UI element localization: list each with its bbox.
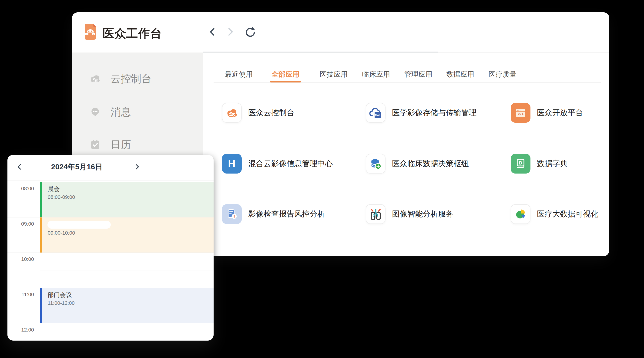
app-title: 医众工作台 xyxy=(102,26,162,41)
d-glyph: D xyxy=(519,160,522,166)
sidebar-item-label: 日历 xyxy=(110,138,131,152)
time-label: 10:00 xyxy=(8,256,34,262)
app-medical-image-storage[interactable]: Mas 医学影像存储与传输管理 xyxy=(366,103,476,123)
app-cloud-console[interactable]: 医众云控制台 xyxy=(222,103,294,123)
tab-clinical-apps[interactable]: 临床应用 xyxy=(362,70,390,79)
cloud-console-icon xyxy=(89,72,102,85)
hour-gridline xyxy=(8,323,214,323)
app-clinical-data-hub[interactable]: 医众临床数据决策枢纽 xyxy=(366,154,469,174)
calendar-panel: 2024年5月16日 08:00 09:00 10:00 11:00 12:00… xyxy=(8,155,214,341)
app-name: 数据字典 xyxy=(537,159,568,169)
app-logo-icon xyxy=(83,24,98,40)
back-button[interactable] xyxy=(207,26,218,37)
app-data-dictionary[interactable]: D 数据字典 xyxy=(511,154,568,174)
time-label: 09:00 xyxy=(8,221,34,227)
code-glyph: </> xyxy=(518,112,524,116)
tab-medical-quality[interactable]: 医疗质量 xyxy=(488,70,516,79)
half-hour-gridline xyxy=(40,270,214,270)
app-name: 医众云控制台 xyxy=(248,108,294,118)
sidebar-item-calendar[interactable]: 日历 xyxy=(72,136,203,153)
calendar-check-icon xyxy=(89,138,102,151)
active-tab-underline xyxy=(270,81,301,82)
blue-h-square-icon: H xyxy=(222,154,242,174)
app-image-ai-analysis[interactable]: 图像智能分析服务 xyxy=(366,204,454,224)
app-open-platform[interactable]: </> 医众开放平台 xyxy=(511,103,583,123)
event-accent-bar xyxy=(40,182,42,217)
time-label: 11:00 xyxy=(8,292,34,298)
tab-separator xyxy=(214,82,601,83)
app-report-risk-analysis[interactable]: 影像检查报告风控分析 xyxy=(222,204,325,224)
refresh-button[interactable] xyxy=(244,26,255,37)
calendar-date-title: 2024年5月16日 xyxy=(51,162,102,172)
app-name: 医众开放平台 xyxy=(537,108,583,118)
tab-recently-used[interactable]: 最近使用 xyxy=(225,70,253,79)
tab-data-apps[interactable]: 数据应用 xyxy=(446,70,474,79)
app-name: 医疗大数据可视化 xyxy=(537,209,598,219)
forward-button[interactable] xyxy=(225,26,236,37)
event-time: 11:00-12:00 xyxy=(48,300,214,307)
app-big-data-visualization[interactable]: 医疗大数据可视化 xyxy=(511,204,598,224)
sidebar-item-cloud-console[interactable]: 云控制台 xyxy=(72,70,203,87)
lungs-analysis-icon xyxy=(366,204,386,224)
h-glyph: H xyxy=(228,158,236,169)
event-title: 晨会 xyxy=(48,185,214,193)
app-hybrid-cloud-imaging[interactable]: H 混合云影像信息管理中心 xyxy=(222,154,333,174)
calendar-event-redacted[interactable]: 09:00-10:00 xyxy=(40,217,214,253)
event-accent-bar xyxy=(40,288,42,323)
app-name: 混合云影像信息管理中心 xyxy=(248,159,333,169)
header-divider xyxy=(203,52,609,52)
app-name: 医学影像存储与传输管理 xyxy=(392,108,476,118)
report-warning-icon xyxy=(222,204,242,224)
pie-chart-icon xyxy=(511,204,530,224)
time-label: 12:00 xyxy=(8,327,34,333)
orange-code-window-icon: </> xyxy=(511,103,530,123)
window-header: 医众工作台 xyxy=(72,12,609,52)
mas-badge: Mas xyxy=(375,113,380,116)
event-accent-bar xyxy=(40,217,42,253)
event-title: 部门会议 xyxy=(48,291,214,299)
calendar-header-divider xyxy=(8,180,214,181)
sidebar-item-label: 云控制台 xyxy=(110,72,152,86)
sidebar-item-messages[interactable]: 消息 xyxy=(72,103,203,121)
calendar-header: 2024年5月16日 xyxy=(8,155,214,180)
time-label: 08:00 xyxy=(8,186,34,192)
messages-bubble-icon xyxy=(89,105,102,119)
blue-cloud-mas-icon: Mas xyxy=(366,103,386,123)
orange-cloud-sliders-icon xyxy=(222,103,242,123)
app-name: 图像智能分析服务 xyxy=(392,209,454,219)
sidebar-item-label: 消息 xyxy=(110,105,131,119)
event-time: 08:00-09:00 xyxy=(48,194,214,201)
green-dictionary-icon: D xyxy=(511,154,530,174)
calendar-prev-day-button[interactable] xyxy=(14,162,24,172)
calendar-event-department-meeting[interactable]: 部门会议 11:00-12:00 xyxy=(40,288,214,323)
app-name: 医众临床数据决策枢纽 xyxy=(392,159,469,169)
event-time: 09:00-10:00 xyxy=(48,229,214,236)
calendar-event-morning-meeting[interactable]: 晨会 08:00-09:00 xyxy=(40,182,214,217)
event-title-redacted-pill xyxy=(48,221,111,229)
tab-all-apps[interactable]: 全部应用 xyxy=(272,70,300,79)
tab-management-apps[interactable]: 管理应用 xyxy=(404,70,432,79)
app-name: 影像检查报告风控分析 xyxy=(248,209,325,219)
database-plus-icon xyxy=(366,154,386,174)
calendar-next-day-button[interactable] xyxy=(132,162,142,172)
tab-medtech-apps[interactable]: 医技应用 xyxy=(320,70,348,79)
